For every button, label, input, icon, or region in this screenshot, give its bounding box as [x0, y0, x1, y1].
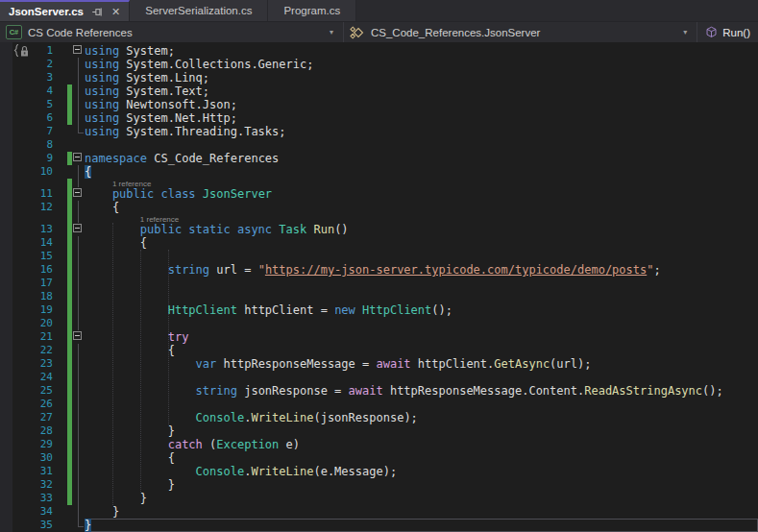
chevron-down-icon[interactable]: ▾	[683, 28, 691, 36]
code-text[interactable]: namespace CS_Code_References	[85, 152, 758, 165]
fold-collapse-button[interactable]	[71, 44, 85, 58]
line-number: 19	[13, 303, 60, 317]
glyph-margin	[0, 138, 13, 152]
code-text[interactable]: {	[85, 451, 758, 465]
code-text[interactable]: using System.Collections.Generic;	[85, 58, 758, 71]
code-text[interactable]: using System.Net.Http;	[85, 111, 758, 125]
fold-collapse-button[interactable]	[71, 223, 85, 236]
code-text[interactable]: {	[85, 165, 758, 179]
outline-guide	[71, 111, 85, 125]
chevron-down-icon[interactable]: ▾	[330, 28, 337, 36]
code-line: 31 Console.WriteLine(e.Message);	[0, 465, 758, 478]
change-bar	[60, 214, 71, 223]
code-rows: 1using System;2using System.Collections.…	[0, 44, 758, 532]
fold-collapse-button[interactable]	[71, 152, 85, 165]
code-text[interactable]: }	[85, 519, 758, 532]
change-bar	[60, 187, 71, 201]
code-text[interactable]: try	[85, 330, 758, 344]
code-text[interactable]: using System.Text;	[85, 85, 758, 98]
line-number: 33	[13, 492, 60, 505]
code-text[interactable]: 1 reference	[85, 214, 758, 223]
code-text[interactable]: }	[85, 492, 758, 505]
line-number: 2	[13, 58, 60, 71]
project-scope-dropdown[interactable]: C# CS Code References ▾	[0, 22, 344, 42]
code-text[interactable]: {	[85, 236, 758, 250]
change-bar	[60, 201, 71, 214]
outline-guide	[71, 58, 85, 71]
change-bar	[60, 44, 71, 58]
glyph-margin	[0, 519, 13, 532]
code-text[interactable]: Console.WriteLine(e.Message);	[85, 465, 758, 478]
code-line: 13 public static async Task Run()	[0, 223, 758, 236]
code-text[interactable]: public class JsonServer	[85, 187, 758, 201]
code-text[interactable]: var httpResponseMessage = await httpClie…	[85, 357, 758, 371]
code-text[interactable]: public static async Task Run()	[85, 223, 758, 236]
glyph-margin	[0, 317, 13, 330]
code-text[interactable]: using System.Threading.Tasks;	[85, 125, 758, 138]
change-bar	[60, 519, 71, 532]
glyph-margin	[0, 98, 13, 111]
code-line: 26	[0, 398, 758, 411]
code-text[interactable]	[85, 317, 758, 330]
run-method-button[interactable]: Run()	[697, 22, 758, 42]
project-scope-label: CS Code References	[28, 27, 133, 38]
line-number: 5	[13, 98, 60, 111]
glyph-margin	[0, 424, 13, 438]
code-text[interactable]: 1 reference	[85, 179, 758, 187]
code-text[interactable]	[85, 290, 758, 303]
method-cube-icon	[705, 26, 718, 38]
code-text[interactable]: using System.Linq;	[85, 71, 758, 85]
code-text[interactable]: catch (Exception e)	[85, 438, 758, 451]
fold-collapse-button[interactable]	[71, 187, 85, 201]
code-line: 23 var httpResponseMessage = await httpC…	[0, 357, 758, 371]
glyph-margin	[0, 58, 13, 71]
fold-collapse-button[interactable]	[71, 330, 85, 344]
csharp-project-icon: C#	[6, 25, 22, 39]
code-line: 15	[0, 250, 758, 263]
code-text[interactable]: }	[85, 505, 758, 519]
code-text[interactable]	[85, 138, 758, 152]
code-text[interactable]	[85, 398, 758, 411]
line-number: 27	[13, 411, 60, 424]
tab-serverserialization[interactable]: ServerSerialization.cs	[130, 0, 268, 21]
close-icon[interactable]: ✕	[111, 6, 120, 18]
line-number: 18	[13, 290, 60, 303]
change-bar	[60, 384, 71, 398]
change-bar	[60, 411, 71, 424]
change-bar	[60, 138, 71, 152]
code-text[interactable]: }	[85, 424, 758, 438]
line-number: 32	[13, 478, 60, 492]
glyph-margin	[0, 111, 13, 125]
code-line: 11 public class JsonServer	[0, 187, 758, 201]
code-text[interactable]: HttpClient httpClient = new HttpClient()…	[85, 303, 758, 317]
glyph-margin	[0, 277, 13, 290]
outline-guide	[71, 424, 85, 438]
code-text[interactable]	[85, 277, 758, 290]
tab-program[interactable]: Program.cs	[268, 0, 356, 21]
code-editor[interactable]: 1using System;2using System.Collections.…	[0, 42, 758, 532]
code-text[interactable]	[85, 250, 758, 263]
code-line: 24	[0, 371, 758, 384]
line-number: 30	[13, 451, 60, 465]
member-scope-dropdown[interactable]: CS_Code_References.JsonServer ▾	[344, 22, 697, 42]
glyph-margin	[0, 398, 13, 411]
outline-guide	[71, 165, 85, 179]
code-text[interactable]: using Newtonsoft.Json;	[85, 98, 758, 111]
code-text[interactable]: Console.WriteLine(jsonResponse);	[85, 411, 758, 424]
line-number: 20	[13, 317, 60, 330]
outline-guide	[71, 384, 85, 398]
outline-guide	[71, 125, 85, 138]
code-text[interactable]: {	[85, 201, 758, 214]
code-text[interactable]: string jsonResponse = await httpResponse…	[85, 384, 758, 398]
code-text[interactable]: {	[85, 344, 758, 357]
code-line: 7using System.Threading.Tasks;	[0, 125, 758, 138]
glyph-margin	[0, 451, 13, 465]
code-text[interactable]: }	[85, 478, 758, 492]
change-bar	[60, 165, 71, 179]
codelens-row: 1 reference	[0, 179, 758, 187]
code-text[interactable]: using System;	[85, 44, 758, 58]
code-text[interactable]: string url = "https://my-json-server.typ…	[85, 263, 758, 277]
pin-icon[interactable]	[91, 6, 104, 18]
code-text[interactable]	[85, 371, 758, 384]
tab-jsonserver[interactable]: JsonServer.cs ✕	[0, 0, 130, 21]
